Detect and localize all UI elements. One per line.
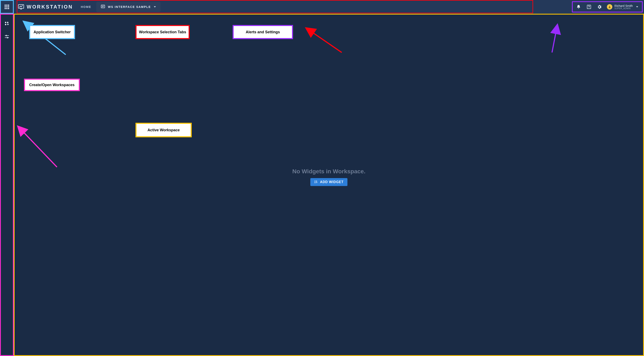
annotation-alerts-settings: Alerts and Settings <box>232 25 293 39</box>
widgets-plus-icon <box>314 180 318 184</box>
svg-rect-7 <box>6 8 7 9</box>
active-workspace-area: No Widgets in Workspace. ADD WIDGET <box>14 14 644 356</box>
svg-rect-5 <box>8 6 9 7</box>
svg-point-20 <box>5 24 6 25</box>
annotation-sidebar: Create/Open Workspaces <box>24 79 80 91</box>
workspace-settings-button[interactable] <box>3 33 11 40</box>
add-workspace-button[interactable] <box>3 20 11 27</box>
svg-rect-0 <box>4 4 6 6</box>
svg-rect-2 <box>8 4 9 6</box>
empty-workspace-message: No Widgets in Workspace. <box>292 168 366 175</box>
svg-point-18 <box>5 22 6 23</box>
svg-point-26 <box>316 180 317 182</box>
annotation-active-workspace: Active Workspace <box>136 123 192 137</box>
svg-rect-6 <box>4 8 6 9</box>
grid-plus-icon <box>4 21 10 26</box>
grid-icon <box>4 4 10 9</box>
add-widget-label: ADD WIDGET <box>320 180 344 184</box>
svg-point-27 <box>315 182 316 183</box>
svg-point-24 <box>7 37 8 38</box>
svg-rect-3 <box>4 6 6 7</box>
svg-point-25 <box>315 180 316 182</box>
sliders-icon <box>4 34 10 39</box>
svg-point-19 <box>7 22 8 23</box>
svg-point-22 <box>6 35 7 36</box>
annotation-app-switcher: Application Switcher <box>29 25 75 39</box>
add-widget-button[interactable]: ADD WIDGET <box>310 178 347 186</box>
svg-rect-8 <box>8 8 9 9</box>
svg-rect-1 <box>6 4 7 6</box>
sidebar <box>0 14 14 356</box>
svg-rect-4 <box>6 6 7 7</box>
annotation-workspace-tabs: Workspace Selection Tabs <box>136 25 190 39</box>
app-switcher-button[interactable] <box>0 0 14 14</box>
